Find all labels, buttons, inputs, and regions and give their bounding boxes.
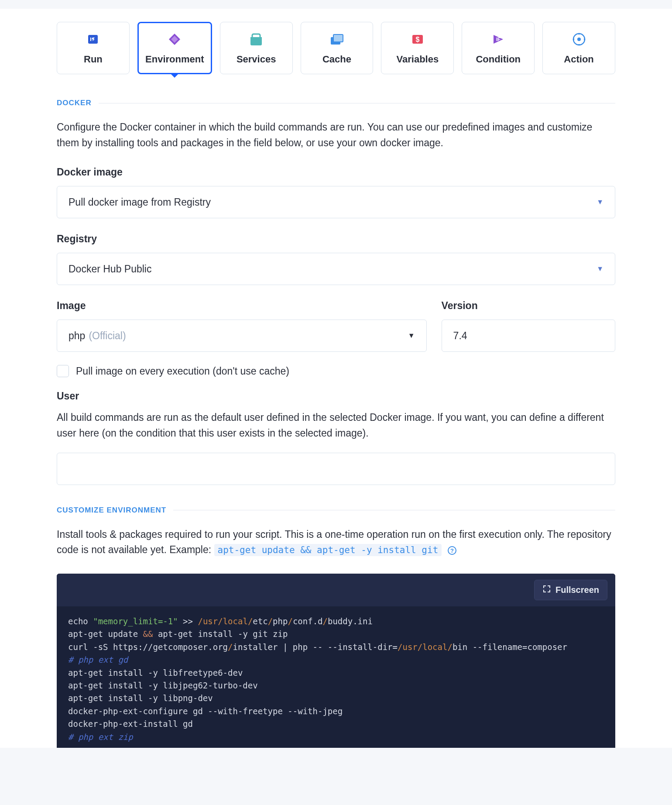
docker-description: Configure the Docker container in which … xyxy=(57,120,615,151)
tab-run-label: Run xyxy=(84,54,103,65)
pull-image-checkbox[interactable] xyxy=(57,365,69,377)
variables-icon: $ xyxy=(409,31,426,48)
svg-text:IF: IF xyxy=(496,37,501,42)
tab-environment-label: Environment xyxy=(145,54,204,65)
image-field-label: Image xyxy=(57,300,427,312)
chevron-down-icon: ▼ xyxy=(408,332,415,340)
code-editor[interactable]: Fullscreen echo "memory_limit=-1" >> /us… xyxy=(57,574,615,748)
tab-services[interactable]: Services xyxy=(220,22,293,74)
tab-cache-label: Cache xyxy=(322,54,351,65)
cache-icon xyxy=(329,31,345,48)
registry-select[interactable]: Docker Hub Public ▼ xyxy=(57,253,615,285)
editor-toolbar: Fullscreen xyxy=(57,574,615,606)
user-description: All build commands are run as the defaul… xyxy=(57,410,615,441)
svg-rect-5 xyxy=(333,34,343,42)
fullscreen-icon xyxy=(542,585,551,595)
svg-text:$: $ xyxy=(415,36,419,43)
svg-text:?: ? xyxy=(450,547,454,554)
fullscreen-label: Fullscreen xyxy=(555,585,599,595)
image-official-badge: (Official) xyxy=(89,330,126,342)
condition-icon: IF xyxy=(490,31,507,48)
services-icon xyxy=(248,31,264,48)
customize-section-label: CUSTOMIZE ENVIRONMENT xyxy=(57,506,166,515)
customize-section-heading: CUSTOMIZE ENVIRONMENT xyxy=(57,506,615,515)
pull-image-checkbox-label: Pull image on every execution (don't use… xyxy=(76,365,289,377)
tab-environment[interactable]: Environment xyxy=(137,22,212,74)
tab-variables[interactable]: $ Variables xyxy=(381,22,454,74)
user-input[interactable] xyxy=(57,453,615,485)
fullscreen-button[interactable]: Fullscreen xyxy=(534,580,607,600)
tab-run[interactable]: Run xyxy=(57,22,130,74)
image-select-value: php xyxy=(69,330,85,342)
help-icon[interactable]: ? xyxy=(447,546,457,555)
tab-services-label: Services xyxy=(237,54,276,65)
action-icon xyxy=(571,31,587,48)
tab-condition[interactable]: IF Condition xyxy=(462,22,535,74)
tab-cache[interactable]: Cache xyxy=(301,22,374,74)
version-input-field[interactable] xyxy=(453,330,603,342)
user-input-field[interactable] xyxy=(69,463,603,475)
tab-condition-label: Condition xyxy=(476,54,521,65)
registry-select-value: Docker Hub Public xyxy=(69,263,151,275)
svg-rect-1 xyxy=(90,38,91,41)
tab-variables-label: Variables xyxy=(397,54,439,65)
run-icon xyxy=(85,31,101,48)
version-input[interactable] xyxy=(442,320,615,352)
tab-action-label: Action xyxy=(564,54,593,65)
version-label: Version xyxy=(442,300,615,312)
customize-description: Install tools & packages required to run… xyxy=(57,527,615,558)
registry-label: Registry xyxy=(57,233,615,245)
chevron-down-icon: ▼ xyxy=(597,198,603,206)
svg-point-11 xyxy=(577,38,581,41)
docker-section-label: DOCKER xyxy=(57,99,92,107)
docker-section-heading: DOCKER xyxy=(57,99,615,107)
divider xyxy=(99,103,615,103)
divider xyxy=(173,510,615,510)
environment-icon xyxy=(166,31,183,48)
docker-image-select[interactable]: Pull docker image from Registry ▼ xyxy=(57,186,615,218)
docker-image-select-value: Pull docker image from Registry xyxy=(69,196,211,208)
docker-image-label: Docker image xyxy=(57,166,615,178)
tab-action[interactable]: Action xyxy=(542,22,615,74)
customize-example-code: apt-get update && apt-get -y install git xyxy=(214,544,442,556)
tabs-row: Run Environment Services Cache xyxy=(57,22,615,74)
image-select[interactable]: php (Official) ▼ xyxy=(57,320,427,352)
editor-body[interactable]: echo "memory_limit=-1" >> /usr/local/etc… xyxy=(57,606,615,748)
user-label: User xyxy=(57,390,615,402)
chevron-down-icon: ▼ xyxy=(597,265,603,273)
